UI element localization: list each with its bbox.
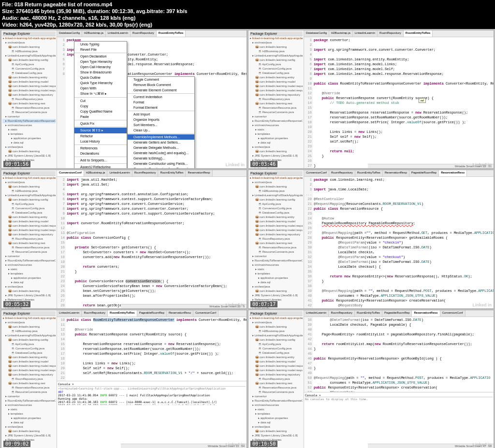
timestamp: 00:10:50	[250, 441, 277, 447]
editor-tab[interactable]: ReservationReso	[439, 170, 467, 176]
menu-item[interactable]: Correct Indentation	[128, 94, 194, 100]
timestamp: 00:07:17	[250, 301, 277, 307]
editor-tab[interactable]: LinkedinLearnin	[57, 310, 82, 317]
menu-item[interactable]: Add Import	[128, 112, 194, 117]
menu-item[interactable]: Generate Constructor using Fields...	[128, 161, 194, 166]
menu-item[interactable]: Copy	[74, 103, 127, 109]
editor-tab[interactable]: ConversionConf	[304, 170, 329, 176]
menu-item[interactable]: Declarations	[74, 151, 127, 156]
timestamp: 00:01:56	[3, 161, 30, 167]
menu-item[interactable]: Quick Type Hierarchy	[74, 80, 127, 86]
menu-item[interactable]: Source ⌘⇧S ▸	[74, 128, 127, 133]
editor-tab[interactable]: LinkedinLearnin	[304, 310, 329, 317]
package-explorer[interactable]: Package Explorer ▸ linked-in-learning-fu…	[248, 310, 304, 448]
menu-item[interactable]: Generate Constructors from Superclass...	[128, 166, 194, 169]
thumbnail-grid: Package Explorer ▸ linked-in-learning-fu…	[0, 29, 495, 448]
editor-tab[interactable]: PageableRoomRep	[382, 310, 412, 317]
editor-tab[interactable]: ConversionConf	[57, 170, 84, 176]
menu-item[interactable]: Copy Qualified Name	[74, 109, 127, 114]
screenshot-4: Package Explorer ▸ linked-in-learning-fu…	[248, 170, 494, 308]
menu-item[interactable]: Add to Snippets...	[74, 158, 127, 163]
editor-tab[interactable]: RoomRepository	[132, 170, 159, 176]
editor-tab[interactable]: RoomRepository	[82, 310, 108, 317]
package-explorer[interactable]: Package Explorer ▸ linked-in-learning-fu…	[248, 170, 304, 308]
menu-item[interactable]: Organize Imports	[128, 117, 194, 122]
editor-tab[interactable]: RoomEntityToRes	[157, 30, 186, 37]
editor-tab[interactable]: PageableRoomRep	[137, 310, 167, 317]
menu-item[interactable]: Cut	[74, 98, 127, 103]
menu-item[interactable]: Clean Up...	[128, 128, 194, 133]
menu-item[interactable]: Show In ⌥⌘W ▸	[74, 91, 127, 97]
menu-item[interactable]: Revert File	[74, 47, 127, 52]
screenshot-5: Package Explorer ▸ linked-in-learning-fu…	[1, 310, 247, 448]
menu-item[interactable]: Generate Element Comment	[128, 87, 194, 93]
editor-tab[interactable]: ConversionConf	[440, 310, 466, 317]
menu-item[interactable]: Open With	[74, 86, 127, 91]
menu-item[interactable]: Toggle Comment	[128, 77, 194, 82]
menu-item[interactable]: Sort Members...	[128, 122, 194, 128]
timestamp: 00:03:46	[250, 161, 277, 167]
menu-item[interactable]: Remove Block Comment	[128, 82, 194, 87]
editor-tab[interactable]: DatabaseConfig	[304, 30, 329, 37]
context-menu[interactable]: Undo TypingRevert FileOpen DeclarationOp…	[74, 41, 127, 169]
watermark: Linked in	[225, 303, 245, 307]
editor-tab[interactable]: DatabaseConfig	[57, 30, 82, 37]
screenshot-1: Package Explorer ▸ linked-in-learning-fu…	[1, 30, 247, 169]
menu-item[interactable]: Paste	[74, 114, 127, 119]
watermark: Linked in	[472, 162, 492, 167]
console-view[interactable]: Console × <terminated>learning-full-stac…	[57, 381, 247, 405]
editor-tab[interactable]: ReservationResp	[383, 170, 409, 176]
editor-tab[interactable]: LinkedinLearnin	[353, 30, 378, 37]
menu-item[interactable]: References	[74, 145, 127, 151]
menu-item[interactable]: Format Element	[128, 105, 194, 110]
screenshot-2: Package Explorer ▸ linked-in-learning-fu…	[248, 30, 494, 169]
editor-tab[interactable]: LinkedinLearnin	[106, 30, 131, 37]
editor-tab[interactable]: RoomEntityToRes	[355, 170, 383, 176]
package-explorer[interactable]: Package Explorer ▸ linked-in-learning-fu…	[1, 170, 57, 308]
menu-item[interactable]: Open Type Hierarchy	[74, 59, 127, 64]
editor-tab[interactable]: ReservationReso	[412, 310, 440, 317]
menu-item[interactable]: Quick Fix	[74, 121, 127, 126]
editor-tab[interactable]: ReservationReso	[167, 310, 193, 317]
watermark: Linked in	[225, 162, 245, 167]
menu-item[interactable]: Format	[128, 100, 194, 105]
editor-tab[interactable]: H2Bootstrap.ja	[82, 30, 106, 37]
package-explorer[interactable]: Package Explorer ▸ linked-in-learning-fu…	[1, 310, 57, 448]
menu-item[interactable]: Generate hashCode() and equals()...	[128, 150, 194, 156]
watermark: Linked in	[225, 442, 245, 447]
editor-tab[interactable]: RoomEntityToRes	[355, 310, 382, 317]
editor-tab[interactable]: ReservationResp	[186, 170, 212, 176]
menu-item[interactable]: Override/Implement Methods...	[128, 134, 194, 140]
watermark: Linked in	[472, 303, 492, 307]
editor-tab[interactable]: ConversionConf	[193, 310, 218, 317]
menu-item[interactable]: Local History	[74, 139, 127, 144]
watermark: Linked in	[472, 442, 492, 447]
package-explorer[interactable]: Package Explorer ▸ linked-in-learning-fu…	[1, 30, 57, 168]
menu-item[interactable]: Generate Getters and Setters...	[128, 140, 194, 145]
editor-tab[interactable]: PageableRoomRep	[409, 170, 439, 176]
source-submenu[interactable]: Toggle CommentRemove Block CommentGenera…	[127, 76, 195, 169]
editor-tab[interactable]: H2Bootstrap.ja	[329, 30, 353, 37]
editor-tab[interactable]: RoomRepository	[131, 30, 157, 37]
timestamp: 00:05:32	[3, 301, 30, 307]
menu-item[interactable]: Undo Typing	[74, 42, 127, 47]
editor-tab[interactable]: RoomRepository	[329, 170, 355, 176]
menu-item[interactable]: Open Call Hierarchy	[74, 64, 127, 70]
menu-item[interactable]: Generate Delegate Methods...	[128, 145, 194, 150]
menu-item[interactable]: Generate toString()...	[128, 156, 194, 161]
menu-item[interactable]: Quick Outline	[74, 75, 127, 80]
editor-tab[interactable]: RoomRepository	[378, 30, 404, 37]
editor-tab[interactable]: RoomEntityToRes	[158, 170, 186, 176]
editor-tab[interactable]: LinkedinLearnin	[107, 170, 132, 176]
menu-item[interactable]: Refactor	[74, 133, 127, 139]
editor-tab[interactable]: RoomEntityToRes	[108, 310, 137, 317]
menu-item[interactable]: Open Declaration	[74, 54, 127, 59]
editor-tab[interactable]: RoomEntityToRes	[404, 30, 433, 37]
screenshot-3: Package Explorer ▸ linked-in-learning-fu…	[1, 170, 247, 308]
package-explorer[interactable]: Package Explorer ▸ linked-in-learning-fu…	[248, 30, 304, 168]
menu-item[interactable]: AspectJ Refactoring	[74, 164, 127, 169]
editor-tab[interactable]: H2Bootstrap.ja	[84, 170, 108, 176]
menu-item[interactable]: Show in Breadcrumb	[74, 70, 127, 75]
editor-tab[interactable]: RoomRepository	[329, 310, 355, 317]
console-view[interactable]: Console × No consoles to display at this…	[304, 392, 494, 416]
